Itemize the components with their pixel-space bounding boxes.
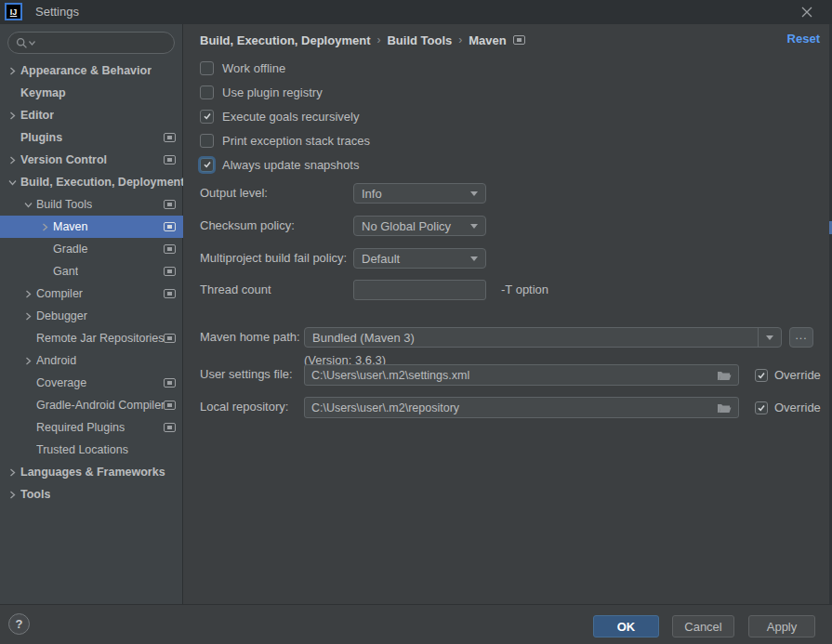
sidebar-item-required-plugins[interactable]: Required Plugins xyxy=(0,416,183,439)
sidebar-item-label: Gradle-Android Compiler xyxy=(36,399,164,412)
user-settings-field[interactable]: C:\Users\user\.m2\settings.xml xyxy=(304,364,739,386)
sidebar-item-gradle[interactable]: Gradle xyxy=(0,238,183,260)
local-repo-override[interactable]: Override xyxy=(755,397,821,418)
sidebar-item-keymap[interactable]: Keymap xyxy=(0,82,183,104)
settings-search[interactable] xyxy=(7,32,175,54)
sidebar-item-label: Remote Jar Repositories xyxy=(36,332,164,345)
chevron-right-icon xyxy=(38,223,51,231)
sidebar-item-appearance-behavior[interactable]: Appearance & Behavior xyxy=(0,59,183,82)
thread-count-hint: -T option xyxy=(501,280,548,300)
ok-button[interactable]: OK xyxy=(593,615,659,637)
output-level-label: Output level: xyxy=(200,183,268,204)
checksum-policy-value: No Global Policy xyxy=(362,219,451,233)
checked-checkbox[interactable] xyxy=(200,110,214,124)
screen-icon xyxy=(164,423,176,432)
screen-icon xyxy=(164,155,176,164)
sidebar-item-gant[interactable]: Gant xyxy=(0,260,183,283)
checkbox-label: Always update snapshots xyxy=(222,158,359,172)
chevron-right-icon xyxy=(6,112,19,120)
sidebar-item-version-control[interactable]: Version Control xyxy=(0,149,183,171)
sidebar-item-compiler[interactable]: Compiler xyxy=(0,283,183,305)
screen-icon xyxy=(164,244,176,254)
unchecked-checkbox[interactable] xyxy=(200,85,214,99)
sidebar-item-label: Version Control xyxy=(20,153,107,166)
sidebar-item-android[interactable]: Android xyxy=(0,349,183,372)
breadcrumb: Build, Execution, Deployment›Build Tools… xyxy=(200,30,525,50)
chevron-down-icon xyxy=(470,191,478,196)
sidebar-item-debugger[interactable]: Debugger xyxy=(0,305,183,327)
folder-open-icon[interactable] xyxy=(717,370,732,381)
cancel-button[interactable]: Cancel xyxy=(672,615,734,637)
local-repo-field[interactable]: C:\Users\user\.m2\repository xyxy=(304,397,739,418)
sidebar-item-label: Build, Execution, Deployment xyxy=(20,176,183,189)
search-history-chevron-icon xyxy=(29,41,35,46)
multiproject-policy-select[interactable]: Default xyxy=(353,248,486,269)
sidebar-item-plugins[interactable]: Plugins xyxy=(0,126,183,149)
sidebar-item-label: Maven xyxy=(53,220,88,233)
sidebar-item-label: Trusted Locations xyxy=(36,443,128,456)
sidebar-item-editor[interactable]: Editor xyxy=(0,104,183,126)
user-settings-override[interactable]: Override xyxy=(755,364,821,386)
search-input[interactable] xyxy=(39,36,151,49)
sidebar-item-label: Build Tools xyxy=(36,198,92,211)
chevron-right-icon xyxy=(21,312,34,321)
user-settings-path: C:\Users\user\.m2\settings.xml xyxy=(311,369,469,382)
chevron-down-icon xyxy=(470,224,478,229)
sidebar-item-languages-frameworks[interactable]: Languages & Frameworks xyxy=(0,461,183,483)
screen-icon xyxy=(513,35,525,45)
sidebar-item-trusted-locations[interactable]: Trusted Locations xyxy=(0,439,183,461)
breadcrumb-item-maven[interactable]: Maven xyxy=(469,33,506,47)
sidebar-item-label: Plugins xyxy=(20,131,62,144)
folder-open-icon[interactable] xyxy=(717,402,732,414)
sidebar-item-coverage[interactable]: Coverage xyxy=(0,372,183,394)
sidebar-item-build-execution-deployment[interactable]: Build, Execution, Deployment xyxy=(0,171,183,193)
maven-home-dropdown-button[interactable] xyxy=(758,328,781,347)
unchecked-checkbox[interactable] xyxy=(200,61,214,75)
chevron-down-icon xyxy=(470,256,478,261)
sidebar-item-gradle-android-compiler[interactable]: Gradle-Android Compiler xyxy=(0,394,183,416)
sidebar-item-build-tools[interactable]: Build Tools xyxy=(0,193,183,216)
breadcrumb-separator: › xyxy=(376,33,380,46)
checksum-policy-select[interactable]: No Global Policy xyxy=(353,216,486,236)
override-checkbox[interactable] xyxy=(755,401,768,414)
apply-button[interactable]: Apply xyxy=(748,615,815,637)
maven-settings-panel: Build, Execution, Deployment›Build Tools… xyxy=(184,24,832,604)
sidebar-item-label: Tools xyxy=(20,488,50,501)
sidebar-item-label: Gant xyxy=(53,265,78,278)
multiproject-policy-label: Multiproject build fail policy: xyxy=(200,248,347,269)
sidebar-item-label: Coverage xyxy=(36,376,86,389)
maven-home-value: Bundled (Maven 3) xyxy=(312,331,415,345)
checkbox-row-always-update-snapshots[interactable]: Always update snapshots xyxy=(200,154,359,175)
chevron-right-icon xyxy=(6,491,19,499)
sidebar-item-remote-jar-repositories[interactable]: Remote Jar Repositories xyxy=(0,327,183,349)
maven-home-select[interactable]: Bundled (Maven 3) xyxy=(304,327,782,348)
screen-icon xyxy=(164,222,176,231)
close-icon[interactable] xyxy=(799,4,815,20)
checkbox-row-work-offline[interactable]: Work offline xyxy=(200,58,285,78)
window-title: Settings xyxy=(35,0,79,24)
local-repo-path: C:\Users\user\.m2\repository xyxy=(311,401,459,414)
breadcrumb-separator: › xyxy=(458,33,462,46)
checked-checkbox[interactable] xyxy=(200,158,214,172)
sidebar-item-maven[interactable]: Maven xyxy=(0,216,183,238)
sidebar-item-tools[interactable]: Tools xyxy=(0,483,183,506)
unchecked-checkbox[interactable] xyxy=(200,134,214,148)
checkbox-row-print-exception-stack-traces[interactable]: Print exception stack traces xyxy=(200,130,370,151)
thread-count-label: Thread count xyxy=(200,280,271,300)
chevron-down-icon xyxy=(766,335,773,340)
thread-count-input[interactable] xyxy=(353,280,486,300)
chevron-down-icon xyxy=(6,178,19,187)
checkbox-label: Print exception stack traces xyxy=(222,134,370,148)
breadcrumb-item-build-execution-deployment[interactable]: Build, Execution, Deployment xyxy=(200,33,370,47)
breadcrumb-item-build-tools[interactable]: Build Tools xyxy=(387,33,452,47)
output-level-select[interactable]: Info xyxy=(353,183,486,204)
intellij-logo-icon: IJ xyxy=(5,3,22,20)
checkbox-row-execute-goals-recursively[interactable]: Execute goals recursively xyxy=(200,106,359,126)
chevron-right-icon xyxy=(6,67,19,75)
maven-home-browse-button[interactable]: ... xyxy=(789,327,813,348)
checkbox-row-use-plugin-registry[interactable]: Use plugin registry xyxy=(200,82,323,102)
help-button[interactable]: ? xyxy=(8,613,30,635)
chevron-right-icon xyxy=(21,357,34,365)
override-checkbox[interactable] xyxy=(755,369,768,382)
reset-link[interactable]: Reset xyxy=(787,32,820,46)
